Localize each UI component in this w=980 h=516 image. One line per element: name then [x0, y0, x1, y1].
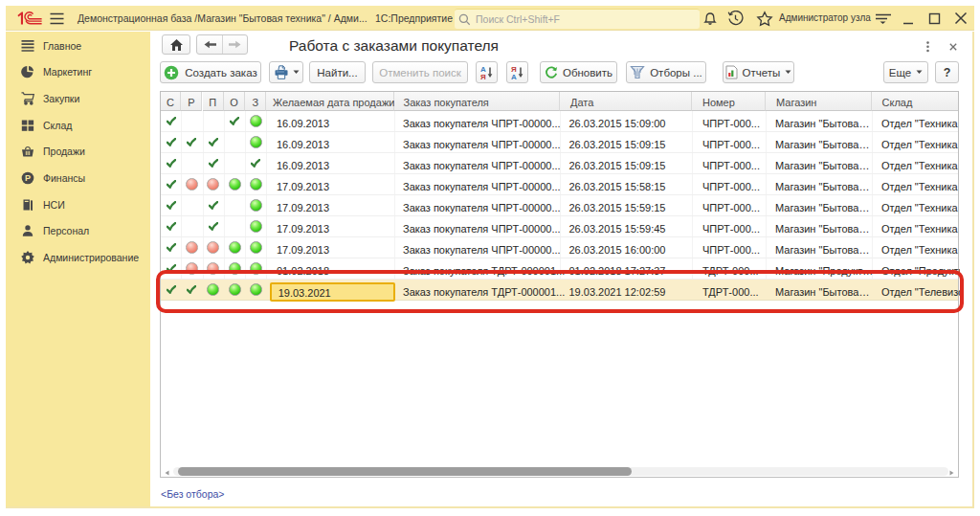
svg-text:Р: Р: [25, 173, 31, 183]
svg-text:Я: Я: [480, 73, 486, 80]
svg-text:А: А: [511, 73, 517, 80]
